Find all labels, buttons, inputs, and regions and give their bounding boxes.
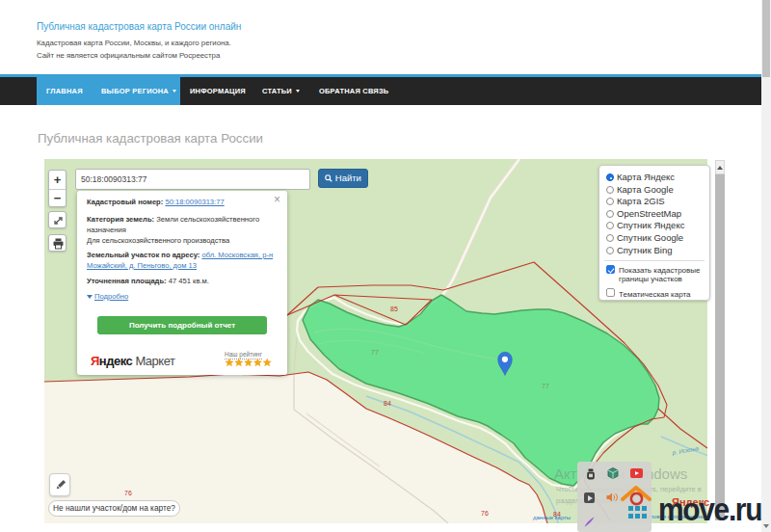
svg-text:77: 77: [542, 383, 549, 389]
svg-text:р. Искона: р. Искона: [671, 444, 700, 456]
svg-text:76: 76: [481, 510, 489, 517]
svg-text:77: 77: [371, 349, 379, 356]
svg-text:85: 85: [390, 306, 398, 312]
svg-text:84: 84: [384, 400, 391, 407]
